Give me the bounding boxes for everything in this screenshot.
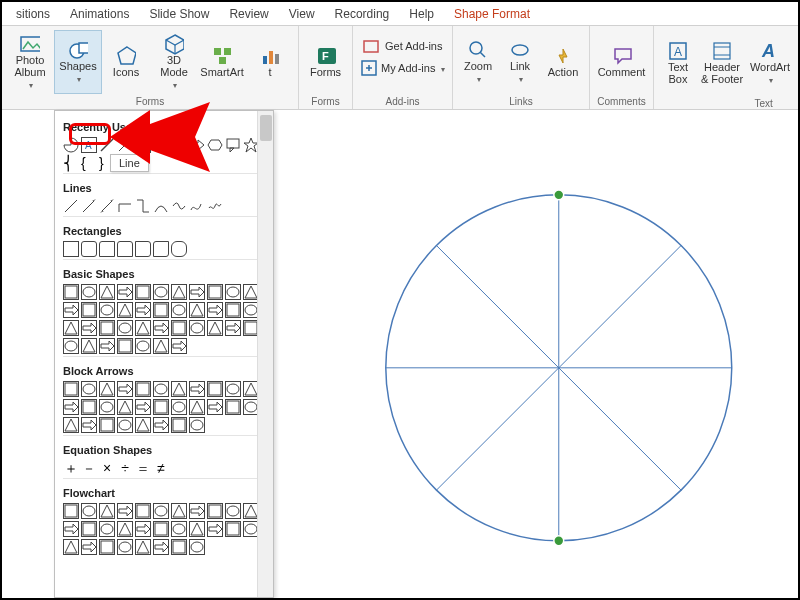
- flow-shape-13[interactable]: [99, 521, 115, 537]
- eq-plus[interactable]: ＋: [63, 460, 79, 476]
- arrow-shape-14[interactable]: [117, 399, 133, 415]
- flow-shape-14[interactable]: [117, 521, 133, 537]
- flow-shape-25[interactable]: [117, 539, 133, 555]
- handle-bottom[interactable]: [554, 536, 564, 546]
- line-double-arrow[interactable]: [99, 198, 115, 214]
- basic-shape-24[interactable]: [99, 320, 115, 336]
- arrow-shape-4[interactable]: [135, 381, 151, 397]
- comment-button[interactable]: Comment: [594, 30, 649, 94]
- line-curve[interactable]: [153, 198, 169, 214]
- flow-shape-5[interactable]: [153, 503, 169, 519]
- flow-shape-19[interactable]: [207, 521, 223, 537]
- basic-shape-35[interactable]: [99, 338, 115, 354]
- basic-shape-0[interactable]: [63, 284, 79, 300]
- arrow-shape-16[interactable]: [153, 399, 169, 415]
- flow-shape-22[interactable]: [63, 539, 79, 555]
- basic-shape-38[interactable]: [153, 338, 169, 354]
- flow-shape-23[interactable]: [81, 539, 97, 555]
- arrow-shape-13[interactable]: [99, 399, 115, 415]
- photo-album-button[interactable]: Photo Album: [6, 30, 54, 94]
- menu-animations[interactable]: Animations: [60, 7, 139, 21]
- arrow-shape-24[interactable]: [99, 417, 115, 433]
- basic-shape-27[interactable]: [153, 320, 169, 336]
- flow-shape-24[interactable]: [99, 539, 115, 555]
- basic-shape-20[interactable]: [225, 302, 241, 318]
- eq-eq[interactable]: ＝: [135, 460, 151, 476]
- arrow-shape-7[interactable]: [189, 381, 205, 397]
- flow-shape-9[interactable]: [225, 503, 241, 519]
- line-elbow[interactable]: [117, 198, 133, 214]
- arrow-shape-12[interactable]: [81, 399, 97, 415]
- basic-shape-6[interactable]: [171, 284, 187, 300]
- flow-shape-6[interactable]: [171, 503, 187, 519]
- menu-slideshow[interactable]: Slide Show: [139, 7, 219, 21]
- arrow-shape-20[interactable]: [225, 399, 241, 415]
- shape-oval[interactable]: [153, 137, 169, 153]
- basic-shape-17[interactable]: [171, 302, 187, 318]
- basic-shape-33[interactable]: [63, 338, 79, 354]
- eq-div[interactable]: ÷: [117, 460, 133, 476]
- basic-shape-9[interactable]: [225, 284, 241, 300]
- flow-shape-17[interactable]: [171, 521, 187, 537]
- menu-recording[interactable]: Recording: [325, 7, 400, 21]
- flow-shape-18[interactable]: [189, 521, 205, 537]
- basic-shape-26[interactable]: [135, 320, 151, 336]
- shape-rect[interactable]: [135, 137, 151, 153]
- flow-shape-12[interactable]: [81, 521, 97, 537]
- basic-shape-2[interactable]: [99, 284, 115, 300]
- rect5[interactable]: [135, 241, 151, 257]
- zoom-button[interactable]: Zoom: [457, 30, 499, 94]
- shape-callout[interactable]: [225, 137, 241, 153]
- arrow-shape-29[interactable]: [189, 417, 205, 433]
- shapes-button[interactable]: Shapes: [54, 30, 102, 94]
- arrow-shape-25[interactable]: [117, 417, 133, 433]
- get-addins-button[interactable]: Get Add-ins: [361, 36, 444, 56]
- arrow-shape-22[interactable]: [63, 417, 79, 433]
- arrow-shape-6[interactable]: [171, 381, 187, 397]
- eq-neq[interactable]: ≠: [153, 460, 169, 476]
- arrow-shape-15[interactable]: [135, 399, 151, 415]
- flow-shape-0[interactable]: [63, 503, 79, 519]
- flow-shape-26[interactable]: [135, 539, 151, 555]
- arrow-shape-28[interactable]: [171, 417, 187, 433]
- basic-shape-1[interactable]: [81, 284, 97, 300]
- basic-shape-28[interactable]: [171, 320, 187, 336]
- rect7[interactable]: [171, 241, 187, 257]
- basic-shape-13[interactable]: [99, 302, 115, 318]
- flow-shape-16[interactable]: [153, 521, 169, 537]
- scrollbar[interactable]: [257, 111, 273, 597]
- shape-hex[interactable]: [207, 137, 223, 153]
- line-elbow2[interactable]: [135, 198, 151, 214]
- flow-shape-15[interactable]: [135, 521, 151, 537]
- basic-shape-30[interactable]: [207, 320, 223, 336]
- line-shape[interactable]: [63, 198, 79, 214]
- basic-shape-31[interactable]: [225, 320, 241, 336]
- my-addins-button[interactable]: My Add-ins: [361, 58, 444, 78]
- line-curve2[interactable]: [171, 198, 187, 214]
- arrow-shape-0[interactable]: [63, 381, 79, 397]
- basic-shape-16[interactable]: [153, 302, 169, 318]
- slide-canvas[interactable]: [282, 110, 796, 596]
- flow-shape-4[interactable]: [135, 503, 151, 519]
- forms-button[interactable]: F Forms: [303, 30, 348, 94]
- arrow-shape-9[interactable]: [225, 381, 241, 397]
- shape-triangle[interactable]: [171, 137, 187, 153]
- icons-button[interactable]: Icons: [102, 30, 150, 94]
- shape-brace2[interactable]: {: [81, 155, 97, 171]
- flow-shape-27[interactable]: [153, 539, 169, 555]
- header-footer-button[interactable]: Header & Footer: [698, 31, 746, 95]
- rect2[interactable]: [81, 241, 97, 257]
- rect3[interactable]: [99, 241, 115, 257]
- menu-transitions[interactable]: sitions: [6, 7, 60, 21]
- arrow-shape-1[interactable]: [81, 381, 97, 397]
- rect4[interactable]: [117, 241, 133, 257]
- arrow-shape-17[interactable]: [171, 399, 187, 415]
- basic-shape-23[interactable]: [81, 320, 97, 336]
- arrow-shape-3[interactable]: [117, 381, 133, 397]
- scrollbar-thumb[interactable]: [260, 115, 272, 141]
- shape-line-arrow[interactable]: [117, 137, 133, 153]
- basic-shape-15[interactable]: [135, 302, 151, 318]
- basic-shape-36[interactable]: [117, 338, 133, 354]
- menu-view[interactable]: View: [279, 7, 325, 21]
- arrow-shape-19[interactable]: [207, 399, 223, 415]
